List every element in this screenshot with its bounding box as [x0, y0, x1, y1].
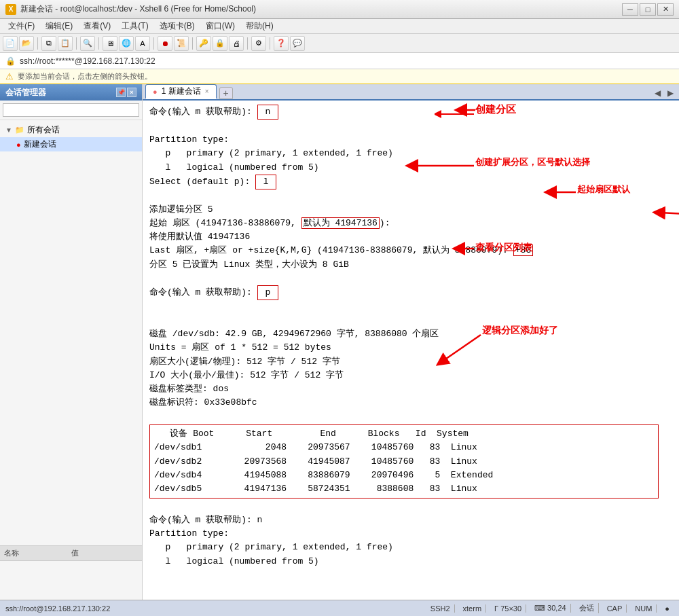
terminal-line: 将使用默认值 41947136 [149, 230, 672, 244]
terminal-line: Partition type: [149, 133, 672, 147]
tab-session-icon: ● [153, 88, 158, 96]
tab-add-btn[interactable]: + [219, 87, 233, 99]
toolbar: 📄 📂 ⧉ 📋 🔍 🖥 🌐 A ⏺ 📜 🔑 🔒 🖨 ⚙ ❓ 💬 [0, 34, 679, 53]
sidebar-properties: 名称 值 [0, 545, 142, 600]
app-icon: X [5, 4, 16, 15]
status-bar: ssh://root@192.168.217.130:22 SSH2 xterm… [0, 600, 679, 616]
globe-btn[interactable]: 🌐 [119, 36, 134, 51]
terminal-line [149, 500, 672, 513]
tree-item-label: 所有会话 [27, 124, 60, 136]
sidebar-search-input[interactable] [3, 103, 139, 117]
record-btn[interactable]: ⏺ [158, 36, 172, 51]
monitor-btn[interactable]: 🖥 [103, 36, 117, 51]
status-connection: ssh://root@192.168.217.130:22 [5, 604, 110, 613]
notification-text: 要添加当前会话，点击左侧的箭头按钮。 [18, 71, 152, 81]
cmd-plus8g: +8G [513, 244, 533, 256]
open-btn[interactable]: 📂 [19, 36, 34, 51]
settings-btn[interactable]: ⚙ [251, 36, 266, 51]
terminal-line: l logical (numbered from 5) [149, 161, 672, 175]
prop-name-header: 名称 [4, 548, 71, 558]
lock-btn[interactable]: 🔒 [213, 36, 227, 51]
terminal-line: 分区 5 已设置为 Linux 类型，大小设为 8 GiB [149, 258, 672, 272]
copy-btn[interactable]: ⧉ [41, 36, 56, 51]
status-dot: ● [661, 604, 674, 613]
sidebar-pin-btn[interactable]: 📌 [116, 88, 126, 97]
font-btn[interactable]: A [135, 36, 150, 51]
terminal-line: 起始 扇区 (41947136-83886079, 默认为 41947136): [149, 217, 672, 230]
title-text: 新建会话 - root@localhost:/dev - Xshell 6 (F… [20, 3, 256, 15]
sidebar-item-new-session[interactable]: ● 新建会话 [0, 137, 142, 151]
sidebar-bottom-header: 名称 值 [0, 546, 142, 561]
terminal-line: 磁盘标签类型: dos [149, 382, 672, 396]
sidebar-item-all-sessions[interactable]: ▼ 📁 所有会话 [0, 123, 142, 137]
terminal-line: 命令(输入 m 获取帮助): n [149, 513, 672, 527]
terminal-line: 磁盘标识符: 0x33e08bfc [149, 396, 672, 410]
terminal[interactable]: 命令(输入 m 获取帮助): n 创建分区 Partition type: p … [143, 101, 679, 600]
status-dimensions: Γ 75×30 [490, 604, 526, 613]
maximize-button[interactable]: □ [640, 3, 656, 16]
menu-tools[interactable]: 工具(T) [116, 19, 153, 33]
terminal-line: 添加逻辑分区 5 [149, 203, 672, 217]
terminal-line: I/O 大小(最小/最佳): 512 字节 / 512 字节 [149, 369, 672, 382]
prop-value-header: 值 [71, 548, 139, 558]
table-row: /dev/sdb5 41947136 58724351 8388608 83 L… [154, 482, 654, 496]
info-btn[interactable]: 💬 [290, 36, 305, 51]
terminal-line: Last 扇区, +扇区 or +size{K,M,G} (41947136-8… [149, 244, 672, 257]
session-icon: ● [16, 141, 21, 149]
menu-bar: 文件(F) 编辑(E) 查看(V) 工具(T) 选项卡(B) 窗口(W) 帮助(… [0, 19, 679, 34]
sidebar-title: 会话管理器 [5, 87, 46, 98]
main-layout: 会话管理器 📌 × ▼ 📁 所有会话 ● 新建会话 名称 值 [0, 84, 679, 600]
warning-icon: ⚠ [5, 71, 14, 81]
expand-icon: ▼ [5, 126, 12, 134]
cmd-input-p: p [257, 285, 278, 300]
terminal-line: l logical (numbered from 5) [149, 555, 672, 568]
tab-new-session[interactable]: ● 1 新建会话 × [145, 84, 217, 99]
terminal-line [149, 314, 672, 327]
default-sector-box: 默认为 41947136 [301, 217, 380, 229]
minimize-button[interactable]: ─ [622, 3, 638, 16]
address-bar: 🔒 ssh://root:******@192.168.217.130:22 [0, 53, 679, 69]
paste-btn[interactable]: 📋 [58, 36, 73, 51]
print-btn[interactable]: 🖨 [229, 36, 244, 51]
menu-edit[interactable]: 编辑(E) [40, 19, 78, 33]
menu-view[interactable]: 查看(V) [78, 19, 116, 33]
cmd-input-n: n [257, 105, 278, 120]
terminal-line: Units = 扇区 of 1 * 512 = 512 bytes [149, 341, 672, 355]
status-ssh: SSH2 [426, 604, 455, 613]
status-session: 会话 [575, 603, 599, 613]
sidebar-search-area [0, 101, 142, 120]
status-terminal-type: xterm [459, 604, 487, 613]
tab-close-btn[interactable]: × [205, 88, 209, 95]
key-btn[interactable]: 🔑 [196, 36, 211, 51]
table-header: 设备 Boot Start End Blocks Id System [154, 427, 654, 441]
find-btn[interactable]: 🔍 [80, 36, 95, 51]
tab-nav-left[interactable]: ◀ [652, 87, 663, 99]
terminal-line: p primary (2 primary, 1 extended, 1 free… [149, 541, 672, 554]
menu-help[interactable]: 帮助(H) [240, 19, 279, 33]
notification-bar: ⚠ 要添加当前会话，点击左侧的箭头按钮。 [0, 69, 679, 84]
terminal-line: p primary (2 primary, 1 extended, 1 free… [149, 147, 672, 160]
table-row: /dev/sdb1 2048 20973567 10485760 83 Linu… [154, 441, 654, 454]
menu-file[interactable]: 文件(F) [3, 19, 40, 33]
sidebar: 会话管理器 📌 × ▼ 📁 所有会话 ● 新建会话 名称 值 [0, 84, 143, 600]
table-row: /dev/sdb2 20973568 41945087 10485760 83 … [154, 455, 654, 469]
sidebar-close-btn[interactable]: × [127, 88, 136, 97]
tab-nav-right[interactable]: ▶ [665, 87, 676, 99]
script-btn[interactable]: 📜 [174, 36, 189, 51]
menu-tabs[interactable]: 选项卡(B) [154, 19, 200, 33]
terminal-line: 命令(输入 m 获取帮助): p [149, 285, 672, 314]
new-session-btn[interactable]: 📄 [3, 36, 18, 51]
terminal-line: Select (default p): l [149, 175, 672, 203]
terminal-line: Partition type: [149, 527, 672, 541]
help-btn[interactable]: ❓ [274, 36, 289, 51]
close-button[interactable]: ✕ [657, 3, 674, 16]
tab-bar: ● 1 新建会话 × + ◀ ▶ [143, 84, 679, 101]
partition-table: 设备 Boot Start End Blocks Id System /dev/… [149, 424, 659, 499]
sidebar-header: 会话管理器 📌 × [0, 84, 142, 101]
folder-icon: 📁 [15, 126, 24, 134]
terminal-line [149, 410, 672, 423]
table-row: /dev/sdb4 41945088 83886079 20970496 5 E… [154, 469, 654, 482]
terminal-line: 扇区大小(逻辑/物理): 512 字节 / 512 字节 [149, 355, 672, 369]
menu-window[interactable]: 窗口(W) [200, 19, 240, 33]
cmd-input-l: l [255, 175, 276, 189]
